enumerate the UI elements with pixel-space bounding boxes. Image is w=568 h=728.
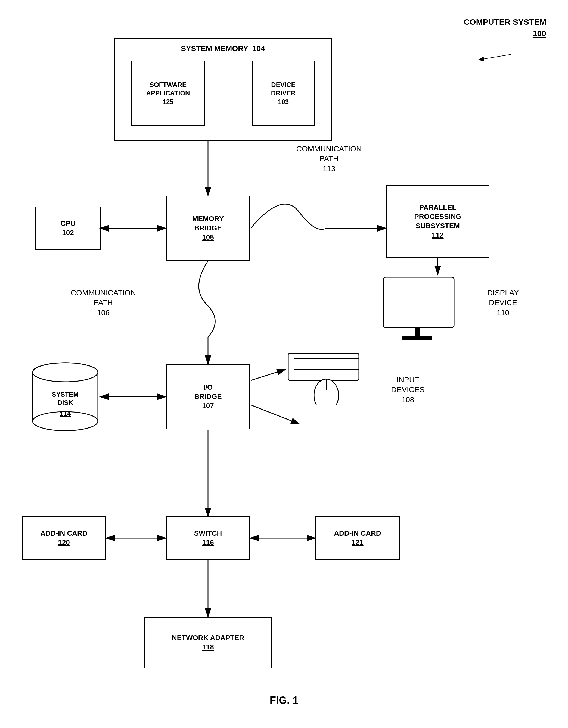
system-memory-label: SYSTEM MEMORY 104 [181,44,265,53]
switch-label: SWITCH116 [194,529,222,547]
add-in-card-121-box: ADD-IN CARD121 [316,516,400,560]
parallel-processing-box: PARALLELPROCESSINGSUBSYSTEM112 [386,185,489,258]
svg-rect-8 [415,327,420,336]
system-disk-shape: SYSTEM DISK 114 [30,361,101,438]
cpu-label: CPU102 [61,219,76,238]
display-device-container [381,274,462,346]
io-bridge-label: I/OBRIDGE107 [194,383,221,410]
device-driver-box: DEVICEDRIVER103 [252,61,315,126]
network-adapter-box: NETWORK ADAPTER118 [144,617,272,668]
svg-text:DISK: DISK [57,399,73,406]
device-driver-label: DEVICEDRIVER103 [271,80,296,106]
io-bridge-box: I/OBRIDGE107 [166,364,250,429]
diagram: COMPUTER SYSTEM 100 SYSTEM MEMORY 104 SO… [0,0,568,728]
add-in-card-121-label: ADD-IN CARD121 [334,529,381,547]
input-devices-container [286,351,367,406]
parallel-processing-label: PARALLELPROCESSINGSUBSYSTEM112 [414,203,461,240]
add-in-card-120-label: ADD-IN CARD120 [40,529,87,547]
display-device-label: DISPLAYDEVICE110 [468,288,538,318]
add-in-card-120-box: ADD-IN CARD120 [22,516,106,560]
display-device-shape [381,274,462,345]
svg-line-25 [251,370,285,380]
cpu-box: CPU102 [35,207,101,250]
memory-bridge-box: MEMORYBRIDGE105 [166,196,250,261]
comm-path-113-label: COMMUNICATIONPATH113 [286,144,373,174]
input-devices-label: INPUTDEVICES108 [375,375,441,405]
system-memory-box: SYSTEM MEMORY 104 SOFTWAREAPPLICATION125… [114,38,332,141]
svg-line-26 [251,405,299,424]
input-devices-shape [286,351,367,405]
switch-box: SWITCH116 [166,516,250,560]
computer-system-label: COMPUTER SYSTEM 100 [464,16,546,39]
figure-label: FIG. 1 [0,695,568,706]
comm-path-106-label: COMMUNICATIONPATH106 [60,288,147,318]
svg-text:SYSTEM: SYSTEM [52,391,79,398]
svg-rect-7 [383,277,454,327]
network-adapter-label: NETWORK ADAPTER118 [172,633,244,652]
memory-bridge-label: MEMORYBRIDGE105 [192,214,224,242]
svg-point-3 [33,363,98,382]
software-app-label: SOFTWAREAPPLICATION125 [146,80,190,106]
software-application-box: SOFTWAREAPPLICATION125 [131,61,205,126]
svg-text:114: 114 [60,410,71,417]
system-disk-container: SYSTEM DISK 114 [30,361,101,443]
svg-rect-10 [288,353,359,380]
svg-line-31 [479,54,511,60]
svg-rect-9 [403,336,432,340]
